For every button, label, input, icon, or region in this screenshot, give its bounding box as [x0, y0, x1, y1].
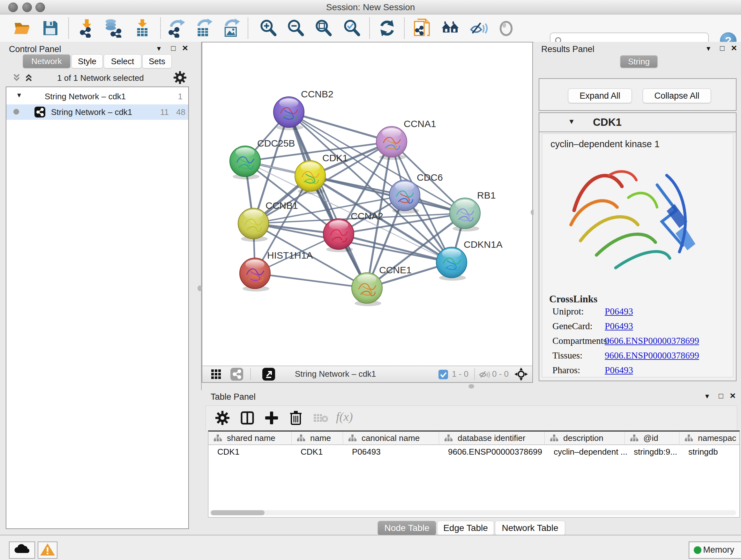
entry-header[interactable]: ▼ CDK1	[539, 113, 736, 132]
network-row-selected[interactable]: String Network – cdk1 11 48	[6, 105, 188, 120]
toolbar-separator	[160, 17, 161, 39]
maximize-panel-icon[interactable]: □	[720, 44, 725, 53]
memory-button[interactable]: Memory	[689, 542, 741, 559]
delete-column-icon[interactable]	[289, 410, 303, 426]
network-node-RB1[interactable]: RB1	[450, 190, 495, 232]
maximize-panel-icon[interactable]: □	[171, 44, 176, 53]
network-edge-CCNB2-CCNE1[interactable]	[289, 112, 367, 288]
column-header-name[interactable]: name	[292, 432, 343, 445]
table-cell[interactable]: CDK1	[217, 445, 291, 460]
column-header-shared-name[interactable]: shared name	[208, 432, 292, 445]
collection-expand-icon[interactable]: ▼	[16, 91, 22, 99]
table-cell[interactable]: stringdb	[688, 445, 740, 460]
table-cell[interactable]: cyclin–dependent ...	[554, 445, 624, 460]
table-cell[interactable]: stringdb:9...	[634, 445, 678, 460]
table-cell[interactable]: CDK1	[300, 445, 342, 460]
network-node-CDKN1A[interactable]: CDKN1A	[436, 239, 502, 281]
node-label-CCNE1: CCNE1	[379, 265, 412, 275]
function-builder-icon[interactable]: f(x)	[336, 410, 353, 424]
horizontal-scrollbar[interactable]	[210, 510, 736, 515]
horizontal-splitter-handle[interactable]	[468, 384, 474, 388]
import-database-icon[interactable]	[104, 18, 123, 38]
string-document-icon[interactable]	[412, 18, 431, 38]
table-cell[interactable]: P06493	[352, 445, 438, 460]
zoom-selected-icon[interactable]	[342, 18, 361, 38]
network-options-gear-icon[interactable]	[174, 71, 186, 85]
export-network-icon[interactable]	[166, 18, 186, 38]
network-collection-row[interactable]: ▼ String Network – cdk1 1	[6, 90, 188, 105]
export-table-icon[interactable]	[194, 18, 213, 38]
warning-button[interactable]	[38, 542, 57, 559]
network-canvas[interactable]: CCNB2CCNA1CDC25BCDK1CDC6RB1CCNB1CCNA2CDK…	[202, 43, 532, 366]
close-panel-icon[interactable]: ✕	[730, 391, 736, 400]
tab-network-table[interactable]: Network Table	[495, 521, 565, 536]
tab-edge-table[interactable]: Edge Table	[437, 521, 494, 536]
tab-string[interactable]: String	[620, 55, 658, 68]
hide-eye-icon[interactable]	[469, 18, 488, 38]
column-header-namespac[interactable]: namespac	[679, 432, 740, 445]
homes-icon[interactable]	[441, 18, 460, 38]
open-in-window-icon[interactable]	[262, 368, 275, 381]
float-panel-icon[interactable]: ▼	[156, 45, 162, 52]
string-view-icon[interactable]	[230, 368, 243, 381]
column-header--id[interactable]: @id	[625, 432, 679, 445]
add-column-icon[interactable]	[265, 411, 279, 426]
network-node-HIST1H1A[interactable]: HIST1H1A	[240, 250, 313, 292]
close-panel-icon[interactable]: ✕	[731, 44, 737, 53]
crosslink-link[interactable]: 9606.ENSP00000378699	[605, 350, 699, 361]
cloud-button[interactable]	[9, 542, 35, 559]
zoom-out-icon[interactable]	[286, 18, 305, 38]
crosslink-link[interactable]: P06493	[605, 321, 633, 331]
eye-icon[interactable]	[496, 18, 516, 38]
tab-node-table[interactable]: Node Table	[378, 521, 436, 536]
save-icon[interactable]	[41, 18, 60, 38]
entry-expand-icon[interactable]: ▼	[568, 118, 575, 126]
network-node-CDC6[interactable]: CDC6	[389, 172, 443, 213]
open-folder-icon[interactable]	[13, 18, 32, 38]
tab-style[interactable]: Style	[71, 54, 103, 68]
table-cell[interactable]: 9606.ENSP00000378699	[448, 445, 544, 460]
network-edge-HIST1H1A-CCNE1[interactable]	[255, 273, 367, 288]
import-network-icon[interactable]	[77, 18, 96, 38]
float-panel-icon[interactable]: ▼	[704, 393, 711, 400]
network-node-CDK1[interactable]: CDK1	[295, 152, 348, 194]
control-panel: Control Panel ▼ □ ✕ Network Style Select…	[0, 42, 202, 535]
expand-all-button[interactable]: Expand All	[568, 88, 632, 103]
network-node-CCNB2[interactable]: CCNB2	[273, 89, 333, 130]
table-gear-icon[interactable]	[215, 411, 229, 426]
zoom-in-icon[interactable]	[259, 18, 278, 38]
node-label-RB1: RB1	[477, 190, 495, 200]
left-splitter-handle[interactable]	[198, 286, 202, 291]
network-node-CCNB1[interactable]: CCNB1	[238, 200, 298, 242]
close-panel-icon[interactable]: ✕	[182, 44, 188, 53]
birdseye-grid-icon[interactable]	[211, 369, 221, 381]
column-header-canonical-name[interactable]: canonical name	[343, 432, 439, 445]
collapse-all-button[interactable]: Collapse All	[643, 88, 711, 103]
toolbar-separator	[248, 17, 248, 39]
maximize-panel-icon[interactable]: □	[719, 391, 724, 400]
network-list: ▼ String Network – cdk1 1 String Network…	[6, 86, 189, 529]
node-table: shared namenamecanonical namedatabase id…	[208, 430, 740, 517]
fit-selected-crosshair-icon[interactable]	[515, 368, 528, 382]
zoom-fit-icon[interactable]	[314, 18, 333, 38]
column-header-database-identifier[interactable]: database identifier	[439, 432, 545, 445]
tab-network[interactable]: Network	[23, 54, 71, 68]
export-image-icon[interactable]	[221, 18, 241, 38]
column-header-description[interactable]: description	[545, 432, 625, 445]
scrollbar-thumb[interactable]	[211, 510, 265, 515]
crosslink-link[interactable]: 9606.ENSP00000378699	[605, 335, 699, 346]
hidden-eye-icon[interactable]	[479, 369, 490, 381]
tab-select[interactable]: Select	[104, 54, 141, 68]
crosslink-link[interactable]: P06493	[605, 365, 633, 375]
refresh-icon[interactable]	[378, 18, 397, 38]
network-node-CCNA1[interactable]: CCNA1	[376, 118, 436, 160]
netbar-separator	[474, 368, 475, 380]
network-node-CCNE1[interactable]: CCNE1	[352, 265, 412, 306]
tab-sets[interactable]: Sets	[142, 54, 172, 68]
selected-checkbox[interactable]	[439, 370, 448, 379]
delete-table-icon[interactable]	[313, 413, 328, 425]
import-table-icon[interactable]	[133, 18, 152, 38]
crosslink-link[interactable]: P06493	[605, 306, 633, 317]
float-panel-icon[interactable]: ▼	[705, 45, 712, 52]
columns-icon[interactable]	[240, 411, 254, 426]
